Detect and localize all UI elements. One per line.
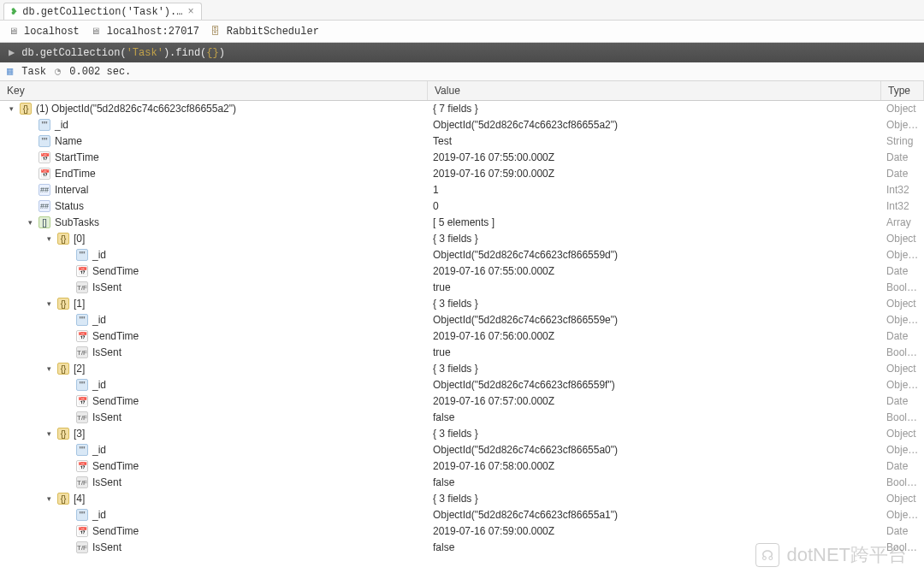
- txt-type-icon: "": [76, 509, 88, 521]
- txt-type-icon: "": [76, 249, 88, 261]
- txt-type-icon: "": [38, 135, 50, 147]
- tree-row[interactable]: ▸T/FIsSenttrueBoolean: [0, 280, 924, 296]
- row-type: ObjectId: [881, 444, 924, 456]
- row-type: Date: [881, 525, 924, 537]
- row-key: SendTime: [92, 460, 139, 472]
- tree-row[interactable]: ▾{}[2]{ 3 fields }Object: [0, 361, 924, 377]
- row-value: { 3 fields }: [428, 233, 881, 245]
- tree-row[interactable]: ▸📅SendTime2019-07-16 07:58:00.000ZDate: [0, 458, 924, 475]
- row-type: ObjectId: [881, 509, 924, 521]
- obj-type-icon: {}: [57, 363, 69, 375]
- obj-type-icon: {}: [57, 428, 69, 440]
- query-bar[interactable]: ▶ db. getCollection( 'Task' ).find( {} ): [0, 43, 924, 62]
- breadcrumb-hostport[interactable]: 🖥 localhost:27017: [90, 26, 199, 38]
- result-tree[interactable]: ▾{}(1) ObjectId("5d2d826c74c6623cf86655a…: [0, 101, 924, 579]
- tree-row[interactable]: ▸T/FIsSenttrueBoolean: [0, 345, 924, 361]
- tree-row[interactable]: ▸""_idObjectId("5d2d826c74c6623cf86655a0…: [0, 442, 924, 458]
- tree-row[interactable]: ▾{}[4]{ 3 fields }Object: [0, 491, 924, 507]
- row-type: ObjectId: [881, 119, 924, 131]
- row-key: [0]: [74, 233, 85, 245]
- row-value: ObjectId("5d2d826c74c6623cf86655a2"): [428, 119, 881, 131]
- tree-row[interactable]: ▸""_idObjectId("5d2d826c74c6623cf86655a1…: [0, 507, 924, 523]
- obj-type-icon: {}: [57, 493, 69, 505]
- tree-row[interactable]: ▸""_idObjectId("5d2d826c74c6623cf866559e…: [0, 312, 924, 328]
- row-key: SendTime: [92, 265, 139, 277]
- row-key: IsSent: [92, 281, 121, 293]
- row-type: Object: [881, 103, 924, 115]
- tree-row[interactable]: ▸📅SendTime2019-07-16 07:56:00.000ZDate: [0, 328, 924, 345]
- row-key: Interval: [55, 184, 88, 196]
- tree-row[interactable]: ▸📅SendTime2019-07-16 07:59:00.000ZDate: [0, 523, 924, 540]
- tree-row[interactable]: ▾[]SubTasks[ 5 elements ]Array: [0, 215, 924, 231]
- expand-caret-icon[interactable]: ▾: [44, 494, 53, 503]
- expand-caret-icon[interactable]: ▾: [7, 104, 15, 113]
- tree-row[interactable]: ▸📅SendTime2019-07-16 07:57:00.000ZDate: [0, 393, 924, 410]
- bool-type-icon: T/F: [76, 476, 88, 488]
- close-icon[interactable]: ×: [187, 6, 193, 18]
- tree-row[interactable]: ▸##Interval1Int32: [0, 182, 924, 198]
- breadcrumb-host[interactable]: 🖥 localhost: [7, 26, 80, 38]
- column-headers: Key Value Type: [0, 81, 924, 101]
- row-key: StartTime: [55, 151, 99, 163]
- bool-type-icon: T/F: [76, 346, 88, 358]
- breadcrumb-db[interactable]: 🗄 RabbitScheduler: [210, 26, 319, 38]
- server-icon: 🖥: [7, 26, 19, 38]
- tree-row[interactable]: ▾{}[1]{ 3 fields }Object: [0, 296, 924, 312]
- tree-row[interactable]: ▸T/FIsSentfalseBoolean: [0, 410, 924, 426]
- txt-type-icon: "": [38, 119, 50, 131]
- row-type: Date: [881, 151, 924, 163]
- expand-caret-icon[interactable]: ▾: [44, 234, 53, 243]
- query-collection: 'Task': [127, 47, 163, 59]
- row-type: Boolean: [881, 476, 924, 488]
- row-value: false: [428, 411, 881, 423]
- row-type: Date: [881, 265, 924, 277]
- row-key: (1) ObjectId("5d2d826c74c6623cf86655a2"): [36, 103, 236, 115]
- tree-row[interactable]: ▸##Status0Int32: [0, 198, 924, 215]
- expand-caret-icon[interactable]: ▾: [44, 429, 53, 438]
- row-value: 2019-07-16 07:56:00.000Z: [428, 330, 881, 342]
- col-value[interactable]: Value: [428, 81, 881, 100]
- row-value: { 3 fields }: [428, 428, 881, 440]
- row-key: _id: [92, 509, 106, 521]
- row-key: [2]: [74, 363, 85, 375]
- tab-bar: ❥ db.getCollection('Task').… ×: [0, 0, 924, 21]
- row-value: ObjectId("5d2d826c74c6623cf86655a1"): [428, 509, 881, 521]
- expand-caret-icon[interactable]: ▾: [44, 299, 53, 308]
- tree-row[interactable]: ▾{}[0]{ 3 fields }Object: [0, 231, 924, 247]
- status-bar: ▦ Task ◔ 0.002 sec.: [0, 62, 924, 81]
- row-key: IsSent: [92, 346, 121, 358]
- tree-row[interactable]: ▸📅StartTime2019-07-16 07:55:00.000ZDate: [0, 150, 924, 166]
- tree-row[interactable]: ▸""_idObjectId("5d2d826c74c6623cf866559d…: [0, 247, 924, 263]
- tree-row[interactable]: ▸T/FIsSentfalseBoolean: [0, 475, 924, 491]
- tree-row[interactable]: ▾{}(1) ObjectId("5d2d826c74c6623cf86655a…: [0, 101, 924, 117]
- tree-row[interactable]: ▸📅SendTime2019-07-16 07:55:00.000ZDate: [0, 263, 924, 280]
- col-key[interactable]: Key: [0, 81, 428, 100]
- database-icon: 🗄: [210, 26, 222, 38]
- tree-row[interactable]: ▸""_idObjectId("5d2d826c74c6623cf86655a2…: [0, 117, 924, 133]
- obj-type-icon: {}: [57, 298, 69, 310]
- tree-row[interactable]: ▸T/FIsSentfalseBoolean: [0, 540, 924, 556]
- row-type: Object: [881, 298, 924, 310]
- expand-caret-icon[interactable]: ▾: [26, 218, 34, 227]
- tree-row[interactable]: ▾{}[3]{ 3 fields }Object: [0, 426, 924, 442]
- editor-tab[interactable]: ❥ db.getCollection('Task').… ×: [3, 3, 202, 20]
- row-key: SendTime: [92, 330, 139, 342]
- tree-row[interactable]: ▸""_idObjectId("5d2d826c74c6623cf866559f…: [0, 377, 924, 393]
- row-type: Date: [881, 395, 924, 407]
- date-type-icon: 📅: [38, 151, 50, 163]
- row-value: { 7 fields }: [428, 103, 881, 115]
- date-type-icon: 📅: [76, 460, 88, 472]
- row-value: false: [428, 541, 881, 553]
- row-value: { 3 fields }: [428, 493, 881, 505]
- row-value: true: [428, 346, 881, 358]
- tree-row[interactable]: ▸""NameTestString: [0, 133, 924, 150]
- row-type: Boolean: [881, 541, 924, 553]
- row-value: { 3 fields }: [428, 298, 881, 310]
- grid-icon[interactable]: ▦: [7, 65, 13, 78]
- tree-row[interactable]: ▸📅EndTime2019-07-16 07:59:00.000ZDate: [0, 166, 924, 182]
- run-icon[interactable]: ▶: [9, 46, 15, 59]
- row-key: [3]: [74, 428, 85, 440]
- expand-caret-icon[interactable]: ▾: [44, 364, 53, 373]
- row-type: Object: [881, 233, 924, 245]
- col-type[interactable]: Type: [881, 81, 924, 100]
